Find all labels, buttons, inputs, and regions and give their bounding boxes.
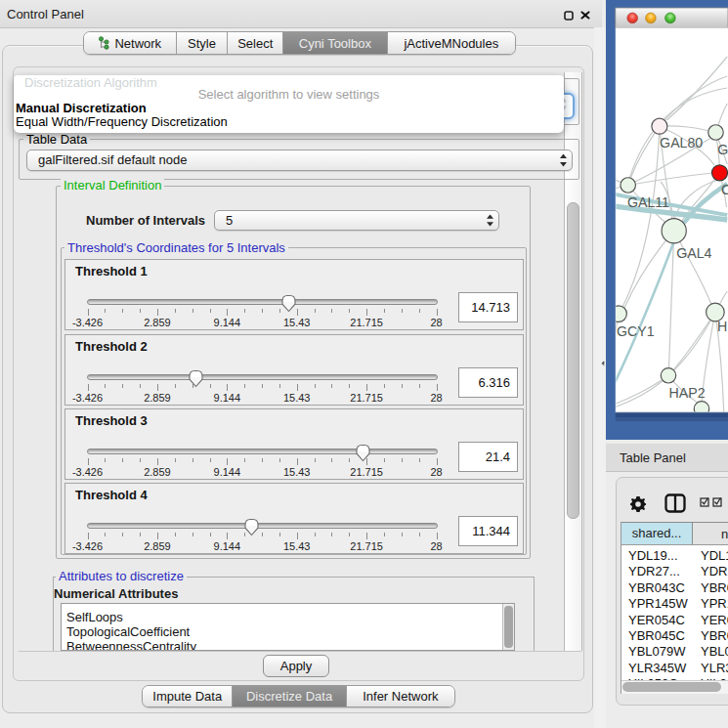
svg-text:C: C	[721, 182, 728, 197]
svg-text:GAL80: GAL80	[660, 135, 703, 150]
svg-text:GAL4: GAL4	[676, 245, 711, 261]
svg-text:GCY1: GCY1	[617, 323, 655, 339]
svg-text:GAL11: GAL11	[627, 194, 669, 210]
svg-text:GA: GA	[717, 142, 728, 157]
svg-text:H: H	[717, 319, 727, 334]
svg-text:HAP2: HAP2	[669, 385, 706, 401]
